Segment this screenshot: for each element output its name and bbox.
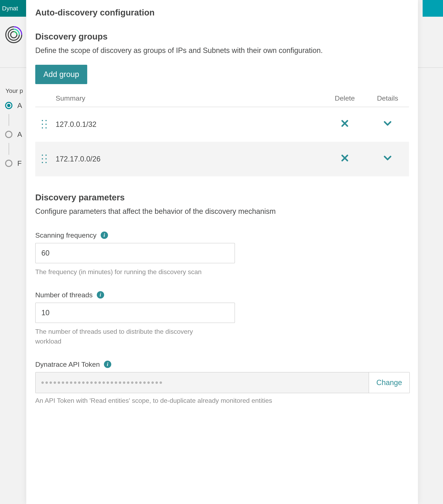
sidebar-connector [9,114,9,126]
threads-label: Number of threads [35,291,93,299]
col-delete-header: Delete [323,94,366,102]
groups-table: Summary Delete Details 127.0.0.1/32 [35,94,409,176]
sidebar-connector [9,143,9,155]
sidebar-item-label: F [17,159,22,167]
params-heading: Discovery parameters [35,193,409,202]
sidebar-item-label: A [17,130,22,139]
drag-handle-icon[interactable] [42,155,48,163]
row-summary: 172.17.0.0/26 [56,155,323,163]
radio-selected-icon [5,102,12,109]
delete-row-button[interactable] [340,119,349,128]
delete-row-button[interactable] [340,154,349,162]
groups-table-header: Summary Delete Details [35,94,409,107]
col-details-header: Details [366,94,409,102]
topbar-brand: Dynat [0,0,26,17]
row-summary: 127.0.0.1/32 [56,120,323,129]
token-masked-value [36,372,369,393]
threads-help: The number of threads used to distribute… [35,327,202,346]
app-logo-icon [5,26,22,43]
drag-handle-icon[interactable] [42,120,48,129]
sidebar-item-0[interactable]: A [5,101,25,109]
info-icon[interactable]: i [97,291,104,299]
token-field: Dynatrace API Token i Change An API Toke… [35,360,409,404]
radio-unselected-icon [5,131,12,138]
expand-row-button[interactable] [383,154,392,162]
panel-title: Auto-discovery configuration [35,8,409,18]
scanning-frequency-input[interactable] [35,243,235,263]
token-label: Dynatrace API Token [35,360,100,368]
threads-input[interactable] [35,303,235,323]
sidebar-item-2[interactable]: F [5,159,25,167]
info-icon[interactable]: i [104,361,111,368]
table-row: 172.17.0.0/26 [35,142,409,176]
config-panel: Auto-discovery configuration Discovery g… [26,0,418,504]
sidebar-label: Your p [5,87,25,94]
expand-row-button[interactable] [383,119,392,128]
brand-text: Dynat [2,5,18,12]
table-row: 127.0.0.1/32 [35,107,409,142]
col-summary-header: Summary [56,94,323,102]
add-group-button[interactable]: Add group [35,65,87,84]
sidebar-item-label: A [17,101,22,109]
radio-unselected-icon [5,160,12,167]
token-help: An API Token with 'Read entities' scope,… [35,397,409,404]
groups-description: Define the scope of discovery as groups … [35,45,409,56]
topbar-right-accent [423,0,443,17]
threads-field: Number of threads i The number of thread… [35,291,235,346]
scanning-frequency-help: The frequency (in minutes) for running t… [35,267,202,277]
groups-heading: Discovery groups [35,32,409,41]
token-change-button[interactable]: Change [369,372,409,393]
params-description: Configure parameters that affect the beh… [35,206,409,217]
scanning-frequency-field: Scanning frequency i The frequency (in m… [35,231,235,277]
sidebar-item-1[interactable]: A [5,130,25,139]
info-icon[interactable]: i [101,232,108,239]
scanning-frequency-label: Scanning frequency [35,231,96,239]
